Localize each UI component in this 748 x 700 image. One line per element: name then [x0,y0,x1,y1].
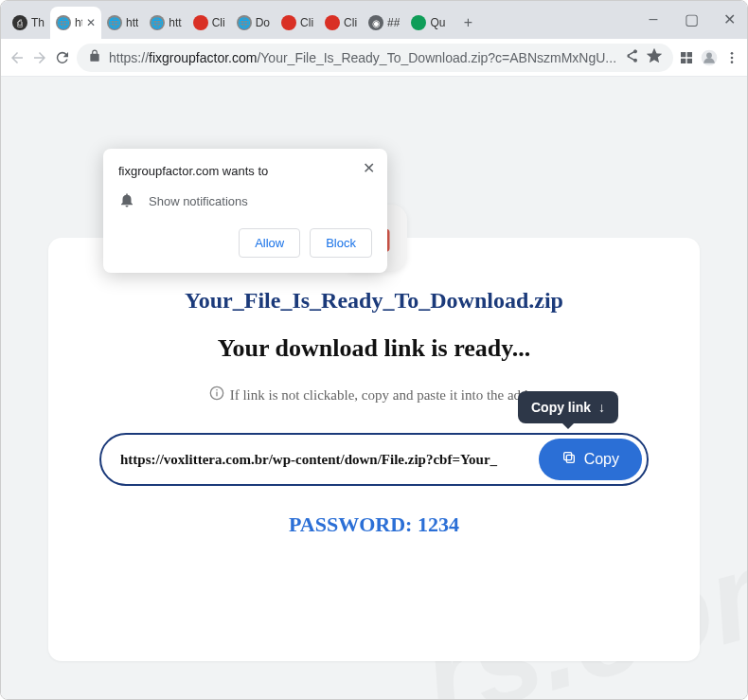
extensions-button[interactable] [679,45,694,71]
bookmark-icon[interactable] [647,48,662,66]
tab-label: Cli [300,16,313,29]
tab-label: htt [126,16,138,29]
download-link-text[interactable]: https://voxlittera.com.br/wp-content/dow… [120,452,529,468]
tab-label: Cli [212,16,225,29]
tab-3[interactable]: 🌐 htt [144,7,187,39]
bell-icon [118,191,135,211]
file-title: Your_File_Is_Ready_To_Download.zip [185,288,563,314]
reload-button[interactable] [54,45,71,71]
page-content: rs.com Your_File_Is_Ready_To_Download.zi… [1,77,747,699]
tab-5[interactable]: 🌐 Do [231,7,276,39]
globe-icon: 🌐 [237,15,252,30]
close-tab-icon[interactable]: ✕ [86,16,96,29]
record-icon [281,15,296,30]
copy-button[interactable]: Copy [539,439,642,480]
arrow-down-icon: ↓ [598,400,605,415]
arrow-right-icon [31,49,48,66]
lock-icon [88,49,101,65]
download-card: Your_File_Is_Ready_To_Download.zip Your … [48,238,700,661]
info-icon [209,386,224,404]
tab-label: Cli [344,16,357,29]
hint-text: If link is not clickable, copy and paste… [209,386,540,404]
svg-point-2 [731,52,734,55]
minimize-button[interactable]: – [641,7,666,31]
share-icon[interactable] [624,48,639,66]
globe-icon: 🌐 [150,15,165,30]
menu-button[interactable] [724,45,739,71]
forward-button[interactable] [31,45,48,71]
profile-button[interactable] [700,45,719,71]
url-text: https://fixgroupfactor.com/Your_File_Is_… [109,50,616,65]
tab-0[interactable]: ⎙ Th [7,7,50,39]
copy-tooltip: Copy link ↓ [518,391,618,423]
svg-rect-12 [563,453,571,460]
back-button[interactable] [9,45,26,71]
download-link-row: Copy link ↓ https://voxlittera.com.br/wp… [99,433,649,486]
tab-label: Th [31,16,45,29]
svg-point-3 [731,56,734,59]
allow-button[interactable]: Allow [239,228,300,258]
svg-point-4 [731,61,734,63]
toolbar: https://fixgroupfactor.com/Your_File_Is_… [1,39,747,77]
tab-2[interactable]: 🌐 htt [101,7,144,39]
globe-icon: 🌐 [56,15,71,30]
tab-4[interactable]: Cli [187,7,231,39]
tab-label: htt [169,16,181,29]
app-icon [411,15,426,30]
tab-7[interactable]: Cli [319,7,363,39]
arrow-left-icon [9,49,26,66]
svg-rect-11 [566,455,574,462]
close-window-button[interactable]: ✕ [717,7,741,31]
tab-label: htt [75,16,82,29]
tab-label: ## [387,16,400,29]
notification-label: Show notifications [149,194,248,208]
tab-6[interactable]: Cli [276,7,319,39]
notification-permission-dialog: ✕ fixgroupfactor.com wants to Show notif… [103,149,387,273]
printer-icon: ⎙ [12,15,27,30]
svg-rect-9 [216,392,217,397]
reload-icon [54,49,71,66]
dialog-close-button[interactable]: ✕ [359,158,378,177]
block-button[interactable]: Block [310,228,372,258]
password-label: PASSWORD: 1234 [289,512,459,537]
maximize-button[interactable]: ▢ [679,7,703,31]
address-bar[interactable]: https://fixgroupfactor.com/Your_File_Is_… [77,44,673,72]
svg-rect-10 [216,389,217,390]
tab-9[interactable]: Qu [405,7,451,39]
chrome-icon: ◉ [368,15,383,30]
new-tab-button[interactable]: + [454,9,481,36]
record-icon [325,15,340,30]
dialog-title: fixgroupfactor.com wants to [118,164,372,178]
globe-icon: 🌐 [107,15,122,30]
tab-strip: ⎙ Th 🌐 htt ✕ 🌐 htt 🌐 htt Cli 🌐 Do Cli [1,1,747,39]
download-heading: Your download link is ready... [218,334,531,363]
tab-label: Qu [430,16,445,29]
copy-icon [561,450,577,469]
record-icon [193,15,208,30]
tab-1[interactable]: 🌐 htt ✕ [50,7,101,39]
svg-point-1 [706,52,712,58]
tab-8[interactable]: ◉ ## [363,7,405,39]
tab-label: Do [256,16,270,29]
